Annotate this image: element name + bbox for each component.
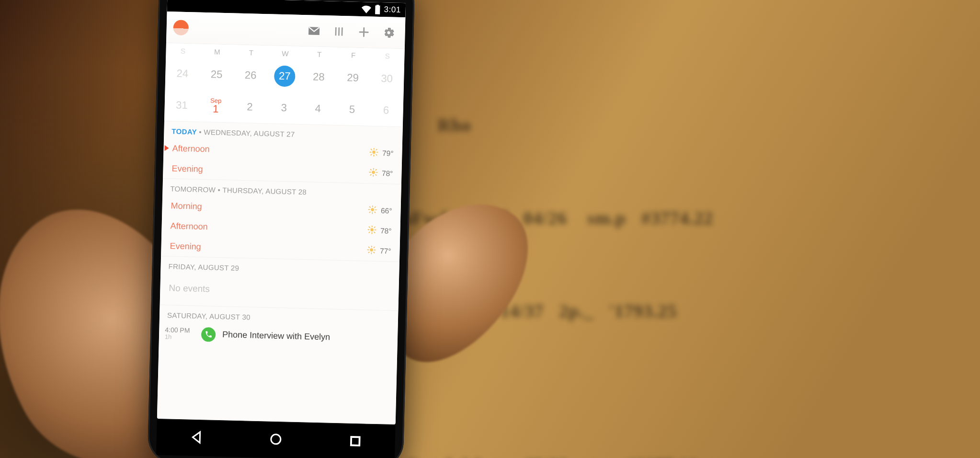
weather-block: 78°	[368, 167, 393, 179]
timeslot-label: Evening	[171, 163, 203, 174]
day-number: 29	[347, 71, 359, 84]
mail-icon[interactable]	[301, 18, 327, 43]
temperature-value: 79°	[382, 149, 394, 158]
calendar-day-cell[interactable]: 26	[233, 69, 268, 82]
agenda-list[interactable]: TODAY • WEDNESDAY, AUGUST 27Afternoon79°…	[157, 121, 403, 424]
calendar-week-row: 31Sep123456	[164, 89, 403, 126]
weather-block: 77°	[366, 245, 391, 257]
temperature-value: 77°	[380, 247, 391, 256]
today-tag: TODAY	[171, 127, 197, 136]
temperature-value: 78°	[382, 169, 393, 178]
calendar-day-cell[interactable]: 24	[165, 67, 200, 80]
day-number: 5	[349, 103, 355, 115]
svg-rect-6	[351, 437, 360, 446]
phone-screen: 3:01 SMTWTFS 2425262728293031Se	[157, 0, 406, 424]
sun-icon	[367, 205, 377, 216]
timeslot-label: Morning	[171, 201, 202, 212]
calendar-day-cell[interactable]: 29	[336, 71, 370, 85]
day-number: 3	[281, 102, 287, 114]
section-date-label: SATURDAY, AUGUST 30	[167, 311, 251, 321]
weekday-label: W	[268, 49, 303, 58]
weekday-label: F	[336, 50, 371, 59]
day-number: 26	[245, 69, 257, 81]
section-date-label: WEDNESDAY, AUGUST 27	[204, 128, 295, 138]
calendar-day-cell[interactable]: 2	[233, 100, 267, 114]
calendar-day-cell[interactable]: 4	[301, 102, 335, 115]
day-number: 27	[279, 70, 291, 82]
event-title: Phone Interview with Evelyn	[222, 330, 330, 342]
day-number: 1	[213, 103, 219, 114]
settings-gear-icon[interactable]	[376, 20, 401, 45]
weekday-label: M	[200, 47, 235, 56]
clock-time: 3:01	[384, 5, 401, 15]
svg-point-1	[372, 171, 375, 174]
recent-apps-button-icon[interactable]	[348, 434, 363, 451]
sun-icon	[367, 225, 377, 236]
day-number: 2	[247, 101, 253, 113]
calendar-day-cell[interactable]: Sep1	[198, 97, 233, 115]
svg-point-4	[370, 248, 373, 252]
sunrise-logo-icon[interactable]	[173, 20, 189, 35]
weather-block: 79°	[369, 147, 394, 159]
calendar-day-cell[interactable]: 31	[164, 99, 199, 112]
weekday-label: T	[234, 48, 269, 57]
calendar-day-cell[interactable]: 30	[370, 72, 404, 85]
sun-icon	[369, 147, 379, 159]
day-number: 24	[176, 68, 188, 80]
calendar-day-cell[interactable]: 3	[267, 101, 301, 114]
calendar-day-cell[interactable]: 28	[302, 70, 336, 84]
day-number: 4	[315, 103, 321, 114]
day-number: 30	[381, 72, 393, 85]
svg-point-0	[372, 150, 376, 154]
section-date-label: FRIDAY, AUGUST 29	[168, 262, 239, 272]
day-number: 31	[176, 99, 188, 112]
app-header	[166, 11, 405, 49]
calendar-day-cell[interactable]: 6	[369, 103, 403, 117]
phone-frame: 3:01 SMTWTFS 2425262728293031Se	[148, 0, 415, 458]
temperature-value: 66°	[381, 206, 392, 216]
list-view-icon[interactable]	[326, 19, 352, 44]
sun-icon	[368, 167, 378, 179]
back-button-icon[interactable]	[189, 430, 204, 447]
day-number: 28	[313, 71, 325, 83]
weekday-label: T	[302, 49, 337, 58]
sun-icon	[366, 245, 376, 256]
no-events-label: No events	[160, 273, 399, 310]
weekday-label: S	[370, 51, 405, 60]
timeslot-label: Afternoon	[172, 143, 210, 154]
weather-block: 66°	[367, 205, 392, 217]
svg-point-3	[370, 228, 374, 231]
home-button-icon[interactable]	[268, 432, 283, 449]
calendar-day-cell[interactable]: 27	[267, 69, 302, 83]
event-time: 4:00 PM1h	[165, 326, 195, 342]
photo-scene: Rho aFwd LL pl 04/26 sm.p #3774.22 aaj b…	[0, 0, 980, 458]
battery-icon	[374, 5, 380, 14]
add-icon[interactable]	[351, 19, 376, 45]
svg-point-5	[271, 435, 281, 444]
timeslot-label: Afternoon	[170, 221, 208, 232]
weather-block: 78°	[367, 225, 392, 237]
calendar-week-row: 24252627282930	[165, 57, 404, 95]
timeslot-label: Evening	[170, 241, 201, 252]
section-date-label: TOMORROW • THURSDAY, AUGUST 28	[170, 184, 307, 196]
temperature-value: 78°	[380, 227, 392, 236]
phone-icon	[201, 327, 216, 342]
calendar-day-cell[interactable]: 5	[335, 103, 369, 116]
android-nav-bar	[156, 420, 396, 458]
day-number: 25	[211, 68, 223, 80]
svg-point-2	[371, 208, 374, 211]
weekday-label: S	[166, 46, 200, 56]
day-number: 6	[383, 104, 389, 116]
wifi-icon	[361, 4, 371, 14]
calendar-day-cell[interactable]: 25	[199, 68, 234, 81]
